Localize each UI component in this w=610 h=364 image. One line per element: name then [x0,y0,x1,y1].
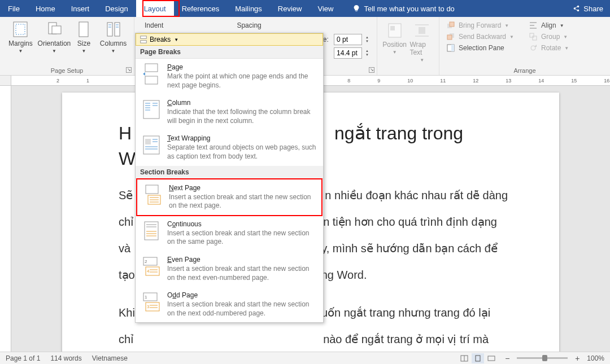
svg-rect-16 [419,27,425,34]
page-break-icon [142,63,161,85]
svg-rect-22 [447,35,452,40]
ribbon-tabs: File Home Insert Design Layout Reference… [0,0,610,17]
svg-rect-15 [390,26,395,30]
zoom-slider[interactable] [517,357,568,359]
svg-rect-47 [146,185,158,194]
svg-text:1: 1 [145,295,147,300]
svg-rect-31 [141,41,147,43]
tab-layout[interactable]: Layout [136,0,174,17]
tell-me-box[interactable]: Tell me what you want to do [352,5,454,13]
web-layout-icon [487,355,495,362]
tab-file[interactable]: File [0,0,28,17]
wrap-text-icon [413,21,431,40]
send-backward-icon [446,32,455,41]
svg-rect-32 [145,64,158,72]
wrap-text-button[interactable]: Wrap Text▼ [409,20,434,75]
tab-mailings[interactable]: Mailings [227,0,270,17]
group-button[interactable]: Group ▼ [526,32,571,42]
selection-pane-button[interactable]: Selection Pane [444,43,516,53]
status-page[interactable]: Page 1 of 1 [6,354,40,362]
tab-review[interactable]: Review [270,0,310,17]
orientation-icon [45,20,63,38]
send-backward-button[interactable]: Send Backward ▼ [444,32,516,42]
spacing-label: Spacing [237,21,261,29]
odd-page-break-icon: 13 [142,291,161,313]
spacing-after-input[interactable] [334,47,362,59]
position-icon [386,21,404,40]
lightbulb-icon [352,5,360,12]
share-button[interactable]: Share [572,5,603,13]
size-icon [75,20,93,38]
break-column[interactable]: ColumnIndicate that the text following t… [136,94,323,130]
size-button[interactable]: Size▼ [72,19,96,54]
break-text-wrapping[interactable]: Text WrappingSeparate text around object… [136,130,323,165]
svg-rect-72 [476,356,480,361]
svg-rect-28 [530,33,534,37]
svg-rect-7 [79,22,88,37]
status-words[interactable]: 114 words [50,354,81,362]
svg-rect-6 [52,26,61,34]
break-even-page[interactable]: 24 Even PageInsert a section break and s… [136,251,323,287]
view-print-layout[interactable] [472,353,484,363]
print-layout-icon [474,355,482,362]
columns-button[interactable]: Columns▼ [97,19,129,54]
tab-design[interactable]: Design [97,0,136,17]
vertical-ruler[interactable] [0,86,11,352]
even-page-break-icon: 24 [142,256,161,277]
break-continuous[interactable]: ContinuousInsert a section break and sta… [136,216,323,251]
spacing-before-input[interactable] [334,34,362,45]
svg-rect-41 [143,136,159,154]
svg-rect-73 [488,356,495,361]
zoom-out-button[interactable]: − [503,354,511,363]
bring-forward-icon [446,21,455,30]
svg-rect-24 [451,45,454,51]
column-break-icon [142,99,161,120]
svg-rect-33 [145,76,158,84]
paragraph-launcher[interactable]: ↘ [369,67,374,73]
orientation-button[interactable]: Orientation▼ [38,19,71,54]
break-odd-page[interactable]: 13 Odd PageInsert a section break and st… [136,287,323,322]
tab-insert[interactable]: Insert [63,0,98,17]
rotate-button[interactable]: Rotate ▼ [526,43,571,53]
position-button[interactable]: Position▼ [382,20,407,75]
before-spinner[interactable]: ▲▼ [365,36,369,43]
group-label-page-setup: Page Setup [0,67,134,74]
ruler-corner [0,76,11,86]
group-icon [529,32,538,41]
status-bar: Page 1 of 1 114 words Vietnamese − + 100… [0,352,610,364]
read-mode-icon [460,355,468,362]
svg-rect-30 [141,36,147,38]
breaks-button[interactable]: Breaks▼ [136,33,323,46]
align-button[interactable]: Align ▼ [526,20,571,30]
after-spinner[interactable]: ▲▼ [365,49,369,57]
svg-rect-42 [145,139,151,144]
page-breaks-header: Page Breaks [136,46,323,59]
tab-view[interactable]: View [310,0,341,17]
svg-text:3: 3 [147,304,150,309]
align-icon [529,21,538,30]
break-page[interactable]: PPageageMark the point at which one page… [136,59,323,94]
continuous-break-icon [142,220,161,242]
group-label-arrange: Arrange [439,67,610,74]
svg-rect-29 [533,36,537,40]
break-next-page[interactable]: Next PageInsert a section break and star… [136,178,323,216]
svg-text:4: 4 [147,269,150,274]
indent-label: Indent [145,21,163,29]
page-setup-launcher[interactable]: ↘ [126,67,132,73]
tab-home[interactable]: Home [28,0,63,17]
zoom-level[interactable]: 100% [587,354,604,362]
view-read-mode[interactable] [458,353,470,363]
bring-forward-button[interactable]: Bring Forward ▼ [444,20,516,30]
columns-icon [104,20,123,38]
zoom-in-button[interactable]: + [573,354,581,363]
view-web-layout[interactable] [485,353,498,363]
margins-icon [11,20,29,38]
selection-pane-icon [446,43,455,52]
tab-references[interactable]: References [174,0,227,17]
margins-button[interactable]: Margins▼ [5,19,37,54]
breaks-dropdown: Breaks▼ Page Breaks PPageageMark the poi… [135,33,324,323]
share-icon [572,5,580,12]
rotate-icon [529,43,538,52]
text-wrap-break-icon [142,134,161,156]
status-language[interactable]: Vietnamese [92,354,128,362]
